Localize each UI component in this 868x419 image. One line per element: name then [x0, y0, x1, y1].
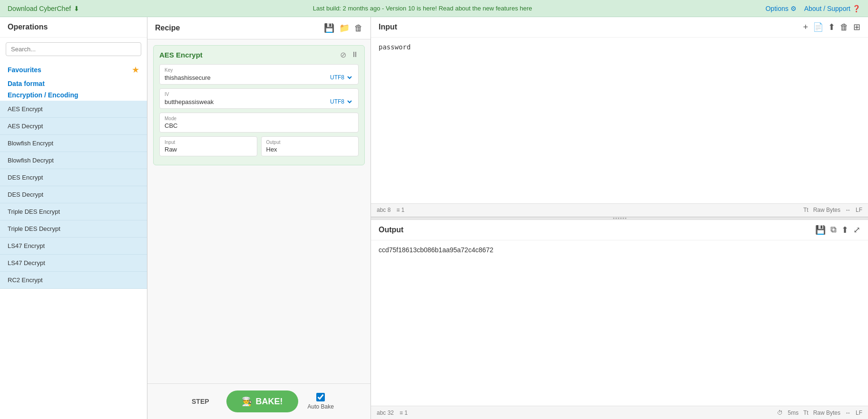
input-encoding-label[interactable]: Raw Bytes — [813, 207, 840, 213]
output-line-count: ≡ 1 — [400, 409, 408, 416]
operations-list: AES Encrypt AES Decrypt Blowfish Encrypt… — [0, 101, 147, 419]
version-notice: Last build: 2 months ago - Version 10 is… — [79, 5, 765, 12]
input-header: Input + 📄 ⬆ 🗑 ⊞ — [371, 17, 868, 38]
favourites-row[interactable]: Favourites ★ — [0, 61, 147, 77]
aes-input-field: Input Raw — [159, 136, 257, 156]
input-output-row: Input Raw Output Hex — [159, 136, 359, 160]
download-icon: ⬇ — [74, 5, 79, 12]
key-field: Key thishashissecure UTF8 Hex Latin1 — [159, 64, 359, 85]
aes-encrypt-card: AES Encrypt ⊘ ⏸ Key thishashissecure UTF… — [153, 45, 365, 165]
output-status-left: abc 32 ≡ 1 — [377, 409, 408, 416]
download-button[interactable]: Download CyberChef — [8, 5, 71, 12]
input-tabs-icon[interactable]: ⊞ — [853, 22, 860, 32]
op-ls47-encrypt[interactable]: LS47 Encrypt — [0, 238, 147, 255]
mode-value[interactable]: CBC — [165, 122, 353, 129]
sidebar-header: Operations — [0, 17, 147, 38]
output-line-ending-label: LF — [856, 409, 862, 416]
op-rc2-encrypt[interactable]: RC2 Encrypt — [0, 272, 147, 289]
recipe-actions: 💾 📁 🗑 — [324, 23, 363, 33]
bake-button[interactable]: 👨‍🍳 BAKE! — [226, 390, 298, 412]
question-icon: ❓ — [852, 5, 860, 12]
output-upload-icon[interactable]: ⬆ — [841, 225, 848, 235]
search-input[interactable] — [6, 42, 141, 56]
input-paste-icon[interactable]: ⬆ — [828, 22, 835, 32]
iv-encoding-select[interactable]: UTF8 Hex Latin1 — [328, 98, 353, 105]
input-line-count: ≡ 1 — [396, 207, 404, 213]
aes-input-label: Input — [165, 140, 252, 145]
sidebar-item-encryption-encoding[interactable]: Encryption / Encoding — [0, 88, 147, 101]
op-ls47-decrypt[interactable]: LS47 Decrypt — [0, 255, 147, 272]
auto-bake-checkbox[interactable] — [316, 393, 325, 401]
bake-label: BAKE! — [256, 397, 283, 407]
output-value: ccd75f18613cb086b1aa95a72c4c8672 — [379, 246, 493, 254]
aes-disable-icon[interactable]: ⊘ — [340, 50, 346, 59]
op-aes-decrypt[interactable]: AES Decrypt — [0, 118, 147, 135]
key-value[interactable]: thishashissecure — [165, 74, 211, 81]
favourites-label: Favourites — [8, 66, 41, 74]
input-textarea[interactable] — [371, 38, 868, 203]
recipe-content: AES Encrypt ⊘ ⏸ Key thishashissecure UTF… — [147, 39, 371, 383]
recipe-title: Recipe — [155, 24, 180, 32]
input-open-icon[interactable]: 📄 — [813, 22, 823, 32]
output-char-count: abc 32 — [377, 409, 394, 416]
mode-row: Mode CBC — [159, 113, 359, 136]
input-add-icon[interactable]: + — [803, 22, 808, 32]
sidebar-item-data-format[interactable]: Data format — [0, 77, 147, 88]
input-status-left: abc 8 ≡ 1 — [377, 207, 404, 213]
mode-field: Mode CBC — [159, 113, 359, 133]
right-panel: Input + 📄 ⬆ 🗑 ⊞ abc 8 ≡ 1 Tt Raw Bytes — [371, 17, 868, 419]
aes-input-value[interactable]: Raw — [165, 146, 252, 153]
step-button[interactable]: STEP — [184, 394, 217, 409]
star-icon: ★ — [132, 65, 139, 75]
input-char-count: abc 8 — [377, 207, 390, 213]
aes-output-value[interactable]: Hex — [266, 146, 354, 153]
bake-bar: STEP 👨‍🍳 BAKE! Auto Bake — [147, 383, 371, 419]
aes-pause-icon[interactable]: ⏸ — [351, 50, 359, 59]
op-triple-des-decrypt[interactable]: Triple DES Decrypt — [0, 220, 147, 238]
key-encoding-select[interactable]: UTF8 Hex Latin1 — [328, 74, 353, 81]
options-button[interactable]: Options ⚙ — [765, 5, 796, 12]
auto-bake-label: Auto Bake — [308, 403, 334, 410]
save-recipe-icon[interactable]: 💾 — [324, 23, 334, 33]
output-header: Output 💾 ⧉ ⬆ ⤢ — [371, 220, 868, 240]
input-section: Input + 📄 ⬆ 🗑 ⊞ abc 8 ≡ 1 Tt Raw Bytes — [371, 17, 868, 217]
output-line-ending-icon: ↔ — [845, 409, 851, 416]
output-expand-icon[interactable]: ⤢ — [853, 225, 860, 235]
support-button[interactable]: About / Support ❓ — [804, 5, 860, 12]
op-aes-encrypt[interactable]: AES Encrypt — [0, 101, 147, 118]
output-content: ccd75f18613cb086b1aa95a72c4c8672 — [371, 240, 868, 406]
input-statusbar: abc 8 ≡ 1 Tt Raw Bytes ↔ LF — [371, 203, 868, 217]
input-line-ending-icon: ↔ — [845, 207, 851, 213]
aes-card-title: AES Encrypt — [159, 51, 203, 59]
recipe-header: Recipe 💾 📁 🗑 — [147, 17, 371, 39]
op-des-encrypt[interactable]: DES Encrypt — [0, 169, 147, 186]
output-text-format-icon: Tt — [803, 409, 809, 416]
output-time-icon: ⏱ — [777, 409, 783, 416]
op-triple-des-encrypt[interactable]: Triple DES Encrypt — [0, 203, 147, 220]
main-content: Operations Favourites ★ Data format Encr… — [0, 17, 868, 419]
op-blowfish-encrypt[interactable]: Blowfish Encrypt — [0, 135, 147, 152]
recipe-panel: Recipe 💾 📁 🗑 AES Encrypt ⊘ ⏸ Ke — [147, 17, 371, 419]
output-actions: 💾 ⧉ ⬆ ⤢ — [815, 225, 860, 235]
output-save-icon[interactable]: 💾 — [815, 225, 826, 235]
output-copy-icon[interactable]: ⧉ — [830, 225, 837, 235]
auto-bake-container: Auto Bake — [308, 393, 334, 410]
op-blowfish-decrypt[interactable]: Blowfish Decrypt — [0, 152, 147, 169]
input-status-right: Tt Raw Bytes ↔ LF — [803, 207, 862, 213]
delete-recipe-icon[interactable]: 🗑 — [354, 23, 363, 33]
chef-icon: 👨‍🍳 — [242, 396, 252, 407]
sidebar: Operations Favourites ★ Data format Encr… — [0, 17, 147, 419]
output-statusbar: abc 32 ≡ 1 ⏱ 5ms Tt Raw Bytes ↔ LF — [371, 406, 868, 419]
input-clear-icon[interactable]: 🗑 — [840, 22, 848, 32]
output-encoding-label[interactable]: Raw Bytes — [813, 409, 840, 416]
input-title: Input — [379, 23, 397, 31]
iv-field: IV butthepassisweak UTF8 Hex Latin1 — [159, 88, 359, 109]
load-recipe-icon[interactable]: 📁 — [339, 23, 350, 33]
download-section[interactable]: Download CyberChef ⬇ — [8, 5, 79, 12]
sidebar-title: Operations — [8, 23, 139, 31]
aes-output-label: Output — [266, 140, 354, 145]
iv-value[interactable]: butthepassisweak — [165, 98, 214, 105]
input-actions: + 📄 ⬆ 🗑 ⊞ — [803, 22, 860, 32]
input-text-format-icon: Tt — [803, 207, 809, 213]
op-des-decrypt[interactable]: DES Decrypt — [0, 186, 147, 203]
